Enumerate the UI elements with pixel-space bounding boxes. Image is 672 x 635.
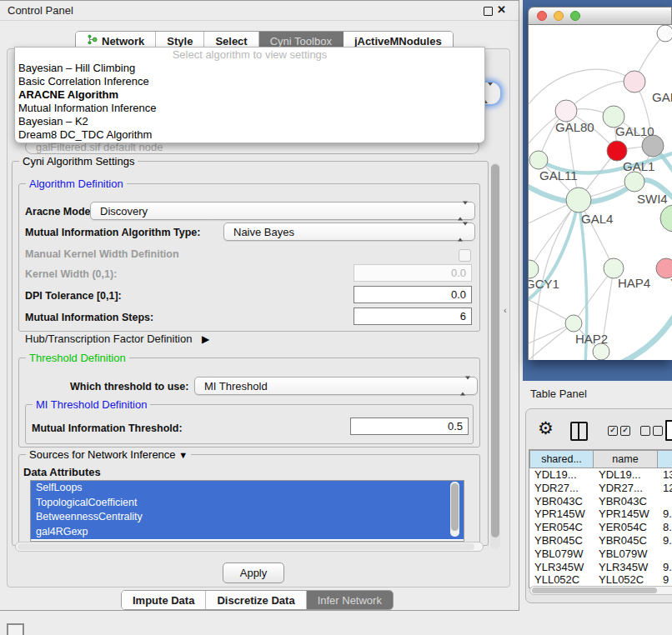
dpi-tolerance-field[interactable]: 0.0 xyxy=(354,286,472,303)
settings-vertical-scrollbar[interactable] xyxy=(490,162,500,549)
tab-infer-network[interactable]: Infer Network xyxy=(307,591,393,609)
panel-collapse-handle[interactable]: ‹ xyxy=(504,305,507,315)
manual-kernel-label: Manual Kernel Width Definition xyxy=(25,248,179,260)
table-cell[interactable]: YBR043C xyxy=(529,495,594,508)
network-canvas[interactable]: GAL7GAL80GAL10GAL1GAL11SWI4GAL4GCY1HAP4Y… xyxy=(528,25,672,360)
table-cell[interactable]: YDL19... xyxy=(529,468,594,482)
which-threshold-select[interactable]: MI Threshold xyxy=(194,377,478,395)
settings-horizontal-scrollbar[interactable] xyxy=(15,542,484,552)
table-cell[interactable]: 13 xyxy=(658,468,672,482)
tab-impute-data[interactable]: Impute Data xyxy=(122,591,206,609)
minimized-panel-icon[interactable] xyxy=(7,623,24,635)
algorithm-option-mutual-information-inference[interactable]: Mutual Information Inference xyxy=(15,102,484,115)
sources-title[interactable]: Sources for Network Inference ▼ xyxy=(26,448,191,461)
kernel-width-field[interactable]: 0.0 xyxy=(354,264,472,282)
algorithm-option-bayesian-k2[interactable]: Bayesian – K2 xyxy=(15,115,484,128)
table-cell[interactable]: YLL052C xyxy=(529,573,594,587)
mi-threshold-field[interactable]: 0.5 xyxy=(350,418,469,435)
table-row[interactable]: YPR145WYPR145W9. xyxy=(529,508,672,521)
table-cell[interactable]: 9. xyxy=(658,534,672,548)
table-cell[interactable]: YLR345W xyxy=(594,561,658,574)
attribute-item[interactable]: gal4RGexp xyxy=(31,525,464,540)
network-node-gal80[interactable] xyxy=(555,100,577,122)
table-cell[interactable]: YPR145W xyxy=(529,508,594,521)
table-cell[interactable]: YDL19... xyxy=(594,468,658,482)
table-cell[interactable]: YER054C xyxy=(594,521,658,534)
table-row[interactable]: YDR27...YDR27...12 xyxy=(529,482,672,495)
network-node-gcy1[interactable] xyxy=(529,260,539,278)
table-cell[interactable]: YBL079W xyxy=(529,548,594,561)
table-row[interactable]: YLL052CYLL052C9 xyxy=(529,573,672,587)
aracne-mode-select[interactable]: Discovery xyxy=(90,202,475,220)
table-cell[interactable] xyxy=(658,548,672,561)
table-cell[interactable]: YBL079W xyxy=(594,548,658,561)
column-header-name[interactable]: name xyxy=(594,450,658,468)
table-cell[interactable]: YPR145W xyxy=(594,508,658,521)
algorithm-option-basic-correlation-inference[interactable]: Basic Correlation Inference xyxy=(15,75,484,88)
apply-button[interactable]: Apply xyxy=(223,562,284,583)
network-node-gal7[interactable] xyxy=(624,71,645,92)
deselect-all-checkboxes-icon[interactable] xyxy=(653,426,663,436)
data-attributes-list[interactable]: SelfLoopsTopologicalCoefficientBetweenne… xyxy=(30,480,464,542)
network-node-gal1[interactable] xyxy=(607,141,627,161)
table-row[interactable]: YDL19...YDL19...13 xyxy=(529,468,672,482)
table-cell[interactable]: YBR045C xyxy=(529,534,594,548)
network-node[interactable] xyxy=(593,343,609,360)
tab-label: Select xyxy=(215,35,247,48)
mi-type-label: Mutual Information Algorithm Type: xyxy=(25,227,200,238)
table-cell[interactable]: 9. xyxy=(658,508,672,521)
table-horizontal-scrollbar[interactable] xyxy=(529,586,672,595)
mi-steps-field[interactable]: 6 xyxy=(354,308,472,325)
network-node[interactable] xyxy=(660,205,672,232)
table-row[interactable]: YBR045CYBR045C9. xyxy=(529,534,672,548)
network-node-gal4[interactable] xyxy=(566,188,591,212)
table-cell[interactable]: 8. xyxy=(658,521,672,534)
table-cell[interactable]: YLR345W xyxy=(529,561,594,574)
select-all-checkboxes-icon[interactable]: ✓ xyxy=(608,426,618,436)
close-window-button[interactable] xyxy=(537,11,547,21)
table-row[interactable]: YER054CYER054C8. xyxy=(529,521,672,534)
zoom-window-button[interactable] xyxy=(570,11,580,21)
table-cell[interactable]: YBR045C xyxy=(594,534,658,548)
network-node-swi4[interactable] xyxy=(624,172,644,192)
columns-layout-icon[interactable] xyxy=(570,422,588,441)
table-cell[interactable]: YLL052C xyxy=(594,573,658,587)
file-icon[interactable] xyxy=(665,420,672,441)
float-panel-icon[interactable] xyxy=(484,7,493,16)
algorithm-option-bayesian-hill-climbing[interactable]: Bayesian – Hill Climbing xyxy=(15,62,484,75)
minimize-window-button[interactable] xyxy=(554,11,564,21)
mi-type-select[interactable]: Naive Bayes xyxy=(223,222,475,241)
table-row[interactable]: YLR345WYLR345W9. xyxy=(529,561,672,574)
network-node[interactable] xyxy=(657,25,672,42)
table-cell[interactable]: YBR043C xyxy=(594,495,658,508)
control-panel-titlebar: Control Panel ✕ xyxy=(0,1,519,21)
column-header-shared[interactable]: shared... xyxy=(529,450,594,468)
table-cell[interactable]: 12 xyxy=(658,482,672,495)
attribute-item[interactable]: BetweennessCentrality xyxy=(31,510,464,525)
table-cell[interactable]: YDR27... xyxy=(594,482,658,495)
table-cell[interactable] xyxy=(658,495,672,508)
attribute-item[interactable]: SelfLoops xyxy=(31,481,464,496)
network-node-hap2[interactable] xyxy=(565,315,582,332)
network-node-gal11[interactable] xyxy=(529,151,548,169)
manual-kernel-checkbox[interactable] xyxy=(459,249,471,262)
algorithm-option-dream8-dc-tdc-algorithm[interactable]: Dream8 DC_TDC Algorithm xyxy=(15,128,484,142)
column-header-a[interactable]: A xyxy=(658,450,672,468)
table-cell[interactable]: YER054C xyxy=(529,521,594,534)
network-edge-wide[interactable] xyxy=(620,312,672,360)
attribute-item[interactable]: TopologicalCoefficient xyxy=(31,496,464,511)
tab-label: Discretize Data xyxy=(217,594,294,607)
table-row[interactable]: YBR043CYBR043C xyxy=(529,495,672,508)
table-cell[interactable]: 9. xyxy=(658,561,672,574)
deselect-all-checkboxes-icon[interactable] xyxy=(640,426,650,436)
close-icon[interactable]: ✕ xyxy=(497,3,506,16)
tab-discretize-data[interactable]: Discretize Data xyxy=(206,591,306,609)
gear-icon[interactable]: ⚙ xyxy=(538,418,554,438)
select-all-checkboxes-icon[interactable]: ✓ xyxy=(620,426,630,436)
algorithm-option-aracne-algorithm[interactable]: ARACNE Algorithm xyxy=(15,88,484,102)
hub-definition-expander[interactable]: Hub/Transcription Factor Definition ▶ xyxy=(25,332,209,345)
attributes-scrollbar[interactable] xyxy=(450,482,459,537)
table-row[interactable]: YBL079WYBL079W xyxy=(529,548,672,561)
table-cell[interactable]: 9 xyxy=(658,573,672,587)
table-cell[interactable]: YDR27... xyxy=(529,482,594,495)
